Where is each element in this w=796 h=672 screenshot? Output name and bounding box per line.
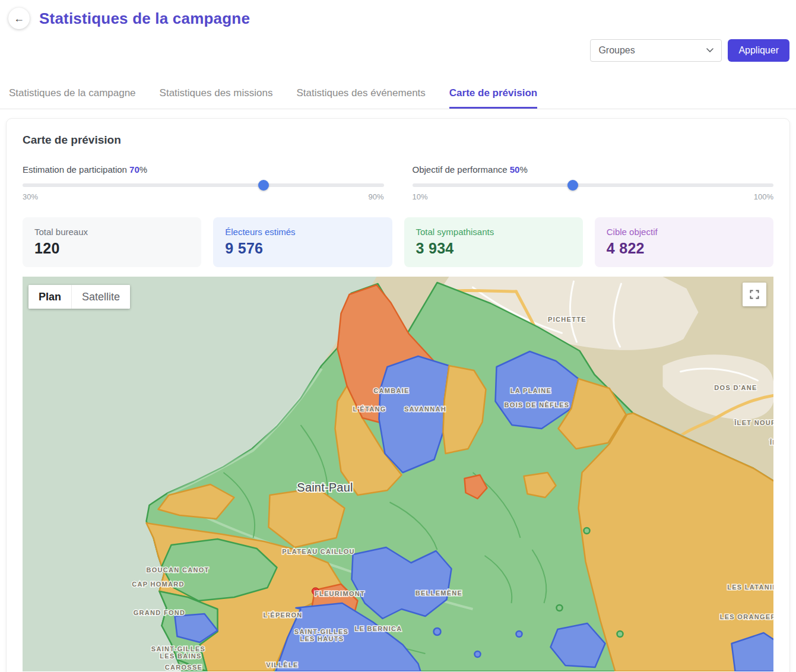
map-place-label: L'ÉTANG: [353, 405, 386, 413]
performance-value: 50: [510, 164, 520, 175]
stat-card-cible-objectif: Cible objectif 4 822: [595, 217, 773, 267]
map-place-label: PLATEAU CAILLOU: [282, 548, 355, 555]
map-place-label: FLEURIMONT: [315, 590, 365, 597]
page-title: Statistiques de la campagne: [39, 9, 250, 28]
map-type-plan-button[interactable]: Plan: [28, 285, 71, 309]
groups-select-value: Groupes: [598, 45, 635, 56]
slider-min-label: 30%: [23, 192, 38, 201]
map-place-label: LES LATANIERS: [727, 584, 773, 591]
participation-slider: Estimation de participation 70% 30% 90%: [23, 164, 384, 201]
map-place-label: SAINT-GILLES: [294, 628, 348, 635]
slider-row: Estimation de participation 70% 30% 90% …: [23, 164, 773, 201]
apply-button[interactable]: Appliquer: [728, 39, 789, 62]
map-canvas[interactable]: PICHETTEDOS D'ANEÎLET NOURRYÎLETCAMBAIEL…: [23, 277, 773, 671]
slider-thumb[interactable]: [258, 180, 269, 191]
slider-thumb[interactable]: [567, 180, 578, 191]
stat-value: 4 822: [607, 240, 762, 257]
map-place-label: ÎLET: [769, 439, 773, 446]
chevron-down-icon: [706, 48, 713, 53]
stat-label: Total sympathisants: [416, 227, 571, 237]
map-place-label: Saint-Paul: [297, 481, 353, 494]
slider-track[interactable]: [413, 183, 774, 187]
map-place-label: LES BAINS: [160, 652, 201, 660]
toolbar: Groupes Appliquer: [0, 39, 796, 62]
tab-campaign-stats[interactable]: Statistiques de la campagne: [9, 80, 136, 109]
map-place-label: BOIS DE NÈFLES: [505, 401, 570, 408]
slider-min-label: 10%: [413, 192, 428, 201]
stat-row: Total bureaux 120 Électeurs estimés 9 57…: [23, 217, 773, 267]
stat-card-total-bureaux: Total bureaux 120: [23, 217, 201, 267]
map-place-label: CAROSSE: [165, 664, 203, 671]
fullscreen-icon: [749, 289, 760, 300]
map-place-label: LA PLAINE: [510, 387, 551, 394]
map-place-label: SAVANNAH: [404, 405, 446, 413]
stat-card-total-sympathisants: Total sympathisants 3 934: [404, 217, 583, 267]
map-place-label: BOUCAN CANOT: [146, 566, 209, 573]
performance-slider: Objectif de performance 50% 10% 100%: [413, 164, 774, 201]
panel-heading: Carte de prévision: [23, 134, 773, 147]
participation-slider-label: Estimation de participation 70%: [23, 164, 384, 175]
slider-max-label: 100%: [754, 192, 773, 201]
tab-event-stats[interactable]: Statistiques des événements: [296, 80, 425, 109]
stat-label: Cible objectif: [607, 227, 762, 237]
stat-label: Électeurs estimés: [225, 227, 380, 237]
map-place-label: BELLEMÈNE: [416, 589, 463, 597]
fullscreen-button[interactable]: [743, 283, 766, 306]
header: ← Statistiques de la campagne: [0, 0, 796, 29]
stat-label: Total bureaux: [34, 227, 189, 237]
map-place-label: CAMBAIE: [373, 387, 409, 394]
map-place-label: DOS D'ANE: [714, 384, 757, 391]
map-place-label: LES HAUTS: [300, 635, 344, 642]
map-place-label: SAINT-GILLES: [151, 645, 205, 652]
tab-mission-stats[interactable]: Statistiques des missions: [160, 80, 273, 109]
forecast-map[interactable]: Plan Satellite: [23, 277, 773, 671]
back-button[interactable]: ←: [8, 8, 30, 29]
stat-card-electeurs-estimes: Électeurs estimés 9 576: [213, 217, 392, 267]
map-place-label: VILLÈLE: [266, 661, 298, 668]
forecast-panel: Carte de prévision Estimation de partici…: [6, 118, 790, 672]
slider-max-label: 90%: [368, 192, 383, 201]
stat-value: 9 576: [225, 240, 380, 257]
map-place-label: GRAND FOND: [134, 609, 186, 616]
performance-slider-label: Objectif de performance 50%: [413, 164, 774, 175]
map-place-label: PICHETTE: [548, 316, 586, 323]
stat-value: 120: [34, 240, 189, 257]
slider-track[interactable]: [23, 183, 384, 187]
map-place-label: LES ORANGERS: [720, 613, 773, 620]
stat-value: 3 934: [416, 240, 571, 257]
map-place-label: L'ÉPERON: [263, 611, 302, 619]
tab-bar: Statistiques de la campagne Statistiques…: [0, 80, 796, 109]
tab-forecast-map[interactable]: Carte de prévision: [449, 80, 537, 109]
groups-select[interactable]: Groupes: [590, 39, 722, 62]
map-place-label: CAP HOMARD: [132, 581, 185, 588]
map-type-satellite-button[interactable]: Satellite: [71, 285, 130, 309]
map-place-label: ÎLET NOURRY: [734, 419, 773, 426]
map-type-control: Plan Satellite: [28, 285, 130, 309]
participation-value: 70: [129, 164, 139, 175]
map-place-label: LE BERNICA: [354, 625, 402, 632]
back-arrow-icon: ←: [14, 12, 24, 25]
